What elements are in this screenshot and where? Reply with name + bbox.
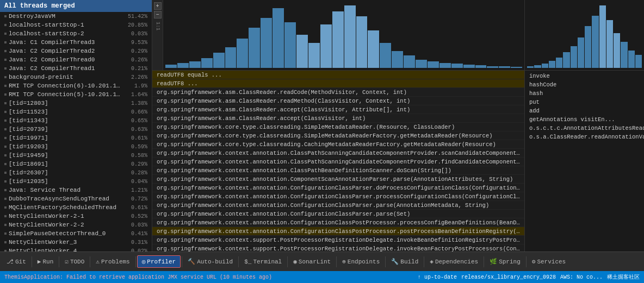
toolbar-item-run[interactable]: ▶ Run	[33, 256, 58, 267]
right-flame-bar[interactable]	[527, 66, 534, 68]
flame-bar[interactable]	[201, 58, 213, 68]
code-row[interactable]: readUTF8 ...	[152, 79, 524, 88]
flame-bar[interactable]	[511, 67, 522, 68]
flame-bar[interactable]	[439, 63, 451, 68]
code-row[interactable]: org.springframework.asm.ClassReader.read…	[152, 97, 524, 105]
right-code-row[interactable]: add	[525, 106, 644, 115]
code-row[interactable]: org.springframework.core.type.classreadi…	[152, 123, 524, 131]
toolbar-item-terminal[interactable]: $_ Terminal	[240, 256, 286, 267]
toolbar-item-auto-build[interactable]: 🔨 Auto-build	[183, 256, 237, 267]
code-row[interactable]: org.springframework.context.annotation.C…	[152, 175, 524, 184]
flame-bar[interactable]	[225, 47, 237, 68]
flame-graph-area[interactable]: + − 1:1	[152, 0, 524, 71]
thread-item[interactable]: DubboTraceAsyncSendLogThread 0.72%	[0, 194, 152, 203]
thread-item[interactable]: [tid=12803] 1.38%	[0, 99, 152, 108]
thread-item[interactable]: NettyClientWorker-2-2 0.03%	[0, 221, 152, 229]
toolbar-item-problems[interactable]: ⚠ Problems	[91, 256, 134, 267]
toolbar-item-dependencies[interactable]: ◈ Dependencies	[425, 256, 482, 267]
thread-item[interactable]: NettyClientWorker-2-1 0.52%	[0, 212, 152, 221]
right-flame-bar[interactable]	[606, 20, 613, 68]
toolbar-item-profiler[interactable]: ◎ Profiler	[137, 255, 181, 268]
flame-bar[interactable]	[332, 11, 344, 68]
code-row[interactable]: org.springframework.core.type.classreadi…	[152, 140, 524, 149]
toolbar-item-sonarlint[interactable]: ◉ SonarLint	[289, 256, 335, 267]
right-flame-bar[interactable]	[599, 5, 606, 68]
thread-item[interactable]: [tid=11523] 0.66%	[0, 108, 152, 116]
right-code-list[interactable]: invokehashCodehashputaddgetAnnotations v…	[525, 71, 644, 251]
toolbar-item-spring[interactable]: 🌿 Spring	[485, 256, 525, 267]
thread-item[interactable]: [tid=12035] 0.04%	[0, 177, 152, 186]
right-flame-bar[interactable]	[578, 37, 584, 68]
code-row[interactable]: org.springframework.context.support.Post…	[152, 236, 524, 244]
toolbar-item-todo[interactable]: ☑ TODO	[60, 256, 89, 267]
flame-bar[interactable]	[308, 43, 320, 68]
code-panel[interactable]: readUTF8 equals ... readUTF8 ...org.spri…	[152, 71, 524, 251]
code-row[interactable]: org.springframework.asm.ClassReader.acce…	[152, 105, 524, 114]
flame-bar[interactable]	[404, 55, 415, 68]
right-flame-bar[interactable]	[585, 26, 591, 68]
flame-bar[interactable]	[475, 65, 487, 68]
thread-item[interactable]: [tid=18691] 0.29%	[0, 160, 152, 168]
thread-item[interactable]: [tid=26307] 0.28%	[0, 168, 152, 177]
thread-item[interactable]: Java: C2 CompilerThread0 0.26%	[0, 55, 152, 64]
flame-bar[interactable]	[284, 22, 296, 68]
zoom-in-button[interactable]: +	[154, 2, 162, 10]
thread-item[interactable]: Java: Service Thread 1.21%	[0, 186, 152, 194]
code-row[interactable]: org.springframework.context.annotation.C…	[152, 210, 524, 218]
flame-bar[interactable]	[177, 63, 189, 68]
flame-bar[interactable]	[416, 60, 427, 68]
right-code-row[interactable]: invoke	[525, 72, 644, 80]
flame-bar[interactable]	[463, 65, 475, 68]
flame-bar[interactable]	[451, 64, 463, 68]
right-code-row[interactable]: put	[525, 98, 644, 106]
flame-bar[interactable]	[380, 43, 391, 68]
code-row[interactable]: org.springframework.context.annotation.C…	[152, 184, 524, 192]
flame-bar[interactable]	[249, 28, 260, 68]
right-flame-bar[interactable]	[542, 64, 548, 68]
code-row[interactable]: org.springframework.context.annotation.C…	[152, 158, 524, 166]
right-flame-bar[interactable]	[635, 55, 642, 68]
flame-bar[interactable]	[237, 39, 248, 68]
code-row[interactable]: org.springframework.context.annotation.C…	[152, 192, 524, 201]
right-flame-bar[interactable]	[534, 65, 541, 68]
right-code-row[interactable]: hash	[525, 89, 644, 98]
right-flame-bar[interactable]	[614, 33, 620, 68]
code-row[interactable]: readUTF8 equals ...	[152, 71, 524, 79]
thread-list[interactable]: DestroyJavaVM 51.42% localhost-startStop…	[0, 12, 152, 251]
toolbar-item-endpoints[interactable]: ⊕ Endpoints	[338, 256, 384, 267]
right-flame-graph[interactable]	[525, 0, 644, 71]
toolbar-item-build[interactable]: 🔧 Build	[387, 256, 423, 267]
flame-bar[interactable]	[261, 18, 272, 68]
flame-bar[interactable]	[368, 30, 379, 68]
right-code-row[interactable]: hashCode	[525, 80, 644, 89]
flame-bar[interactable]	[356, 16, 368, 68]
toolbar-item-services[interactable]: ⚙ Services	[528, 256, 570, 267]
flame-bar[interactable]	[296, 35, 308, 68]
code-row[interactable]: org.springframework.context.support.Post…	[152, 244, 524, 251]
thread-item[interactable]: Java: C1 CompilerThread3 9.53%	[0, 38, 152, 47]
flame-bar[interactable]	[273, 8, 284, 68]
flame-bar[interactable]	[165, 65, 177, 68]
thread-item[interactable]: NettyClientWorker_4 0.02%	[0, 247, 152, 251]
thread-item[interactable]: [tid=11343] 0.65%	[0, 116, 152, 125]
right-flame-bar[interactable]	[571, 46, 577, 68]
thread-item[interactable]: [tid=20739] 0.63%	[0, 125, 152, 134]
right-code-row[interactable]: getAnnotations visitEn...	[525, 115, 644, 124]
right-flame-bar[interactable]	[563, 52, 569, 68]
toolbar-item-git[interactable]: ⎇ Git	[2, 256, 30, 267]
right-flame-bar[interactable]	[556, 58, 562, 68]
thread-item[interactable]: [tid=19459] 0.58%	[0, 151, 152, 160]
flame-bar[interactable]	[392, 51, 403, 68]
code-row[interactable]: org.springframework.asm.ClassReader.read…	[152, 88, 524, 97]
thread-item[interactable]: RMI TCP Connection(5)-10.201.102.225 1.6…	[0, 90, 152, 99]
right-flame-bar[interactable]	[592, 16, 598, 68]
thread-item[interactable]: NettyClientWorker_3 0.31%	[0, 238, 152, 247]
thread-item[interactable]: SimplePauseDetectorThread_0 0.41%	[0, 229, 152, 238]
right-flame-bar[interactable]	[628, 51, 635, 68]
code-row[interactable]: org.springframework.context.annotation.C…	[152, 227, 524, 236]
flame-bar[interactable]	[213, 53, 225, 68]
right-code-row[interactable]: o.s.c.t.c.AnnotationAttributesReadingVis…	[525, 124, 644, 133]
thread-item[interactable]: [tid=19203] 0.59%	[0, 142, 152, 151]
flame-bar[interactable]	[487, 66, 498, 68]
flame-bar[interactable]	[344, 5, 356, 68]
